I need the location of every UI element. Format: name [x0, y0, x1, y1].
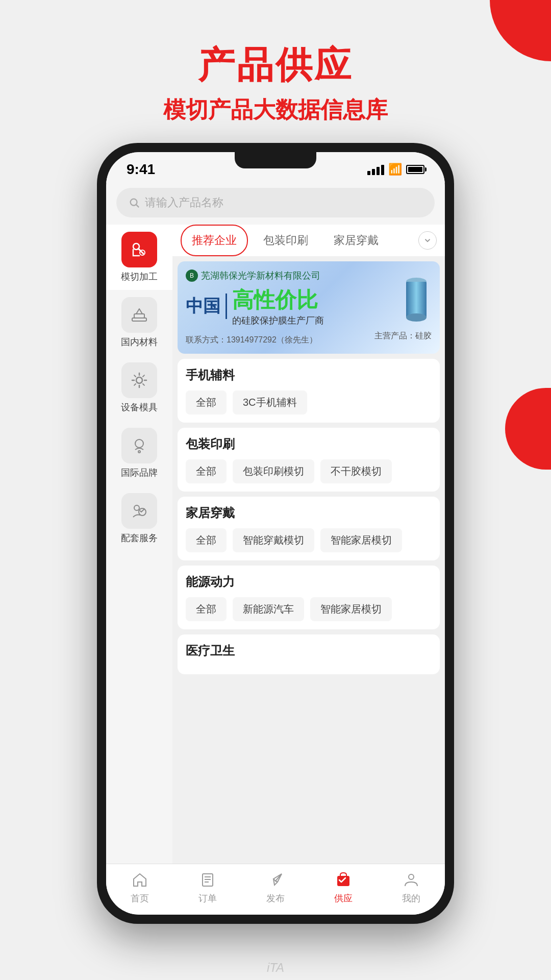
sidebar-item-guojipinpai[interactable]: 国际品牌	[106, 421, 172, 486]
nav-label-order: 订单	[198, 892, 217, 904]
svg-point-0	[131, 199, 137, 206]
tab-expand-button[interactable]	[418, 231, 437, 250]
banner-company: B 芜湖韩保光学新材料有限公司	[186, 270, 432, 282]
sidebar-item-shebeimoju[interactable]: 设备模具	[106, 355, 172, 421]
nav-publish[interactable]: 发布	[265, 870, 286, 904]
signal-icon	[367, 164, 384, 175]
svg-line-1	[136, 205, 139, 207]
publish-icon	[265, 870, 286, 890]
tab-baozhuangyinshua[interactable]: 包装印刷	[253, 226, 318, 255]
svg-point-9	[134, 505, 139, 510]
category-tags-home: 全部 智能穿戴模切 智能家居模切	[186, 528, 432, 552]
nav-label-mine: 我的	[402, 892, 420, 904]
banner-company-icon: B	[186, 270, 198, 282]
banner: B 芜湖韩保光学新材料有限公司 中国 高性价比 的硅胶保护膜生产厂商	[178, 261, 440, 354]
right-content: 推荐企业 包装印刷 家居穿戴 B 芜湖韩保光学新材料有限	[172, 225, 445, 880]
svg-point-7	[135, 439, 143, 448]
shebeimoju-icon	[121, 362, 157, 398]
tag-smart-home[interactable]: 智能家居模切	[320, 528, 402, 552]
nav-home[interactable]: 首页	[130, 870, 150, 904]
guoneicailiao-icon	[121, 297, 157, 333]
supply-icon	[333, 870, 354, 890]
svg-rect-5	[134, 314, 144, 318]
peitaofuwu-icon	[121, 493, 157, 529]
tag-smart-home2[interactable]: 智能家居模切	[310, 597, 392, 621]
banner-china-text: 中国	[186, 295, 220, 318]
category-title-home: 家居穿戴	[186, 505, 432, 521]
tag-quanbu-packaging[interactable]: 全部	[186, 459, 227, 483]
home-icon	[130, 870, 150, 890]
svg-line-18	[276, 881, 278, 882]
modiejiagong-icon	[121, 232, 157, 267]
tag-smart-wear[interactable]: 智能穿戴模切	[233, 528, 314, 552]
phone-wrapper: 9:41 📶	[97, 143, 454, 924]
banner-contact: 联系方式：13914977292（徐先生）	[186, 335, 317, 346]
category-tags-packaging: 全部 包装印刷模切 不干胶模切	[186, 459, 432, 483]
guojipinpai-icon	[121, 428, 157, 463]
search-placeholder: 请输入产品名称	[145, 195, 223, 210]
tag-quanbu-phone[interactable]: 全部	[186, 390, 227, 414]
order-icon	[197, 870, 218, 890]
category-section-energy: 能源动力 全部 新能源汽车 智能家居模切	[178, 566, 440, 629]
phone-notch	[235, 152, 316, 168]
tab-tuijiangiye[interactable]: 推荐企业	[181, 225, 248, 256]
tag-new-energy[interactable]: 新能源汽车	[233, 597, 304, 621]
sidebar-label-guoneicailiao: 国内材料	[121, 336, 158, 348]
nav-order[interactable]: 订单	[197, 870, 218, 904]
banner-product-image	[401, 277, 432, 323]
category-section-packaging: 包装印刷 全部 包装印刷模切 不干胶模切	[178, 428, 440, 492]
bg-decoration-bottom-right	[505, 388, 551, 470]
svg-point-8	[138, 451, 140, 453]
sidebar-item-peitaofuwu[interactable]: 配套服务	[106, 486, 172, 551]
sidebar-label-shebeimoju: 设备模具	[121, 401, 158, 413]
category-section-medical: 医疗卫生	[178, 634, 440, 674]
category-section-phone: 手机辅料 全部 3C手机辅料	[178, 359, 440, 423]
battery-icon	[406, 165, 424, 174]
banner-product-tag: 主营产品：硅胶	[374, 331, 432, 346]
page-header: 产品供应 模切产品大数据信息库	[0, 0, 551, 145]
tag-3c-phone[interactable]: 3C手机辅料	[233, 390, 307, 414]
mine-icon	[401, 870, 421, 890]
banner-subtitle: 的硅胶保护膜生产厂商	[232, 314, 324, 327]
svg-rect-12	[406, 282, 427, 317]
svg-point-6	[136, 377, 142, 383]
category-tags-energy: 全部 新能源汽车 智能家居模切	[186, 597, 432, 621]
tag-sticker-cut[interactable]: 不干胶模切	[320, 459, 392, 483]
sidebar: 模切加工 国内材料	[106, 225, 172, 880]
main-content: 模切加工 国内材料	[106, 225, 445, 880]
banner-main: 中国 高性价比 的硅胶保护膜生产厂商	[186, 286, 432, 327]
category-title-medical: 医疗卫生	[186, 643, 432, 659]
tag-quanbu-home[interactable]: 全部	[186, 528, 227, 552]
svg-point-13	[406, 313, 427, 322]
category-tags-phone: 全部 3C手机辅料	[186, 390, 432, 414]
bottom-nav: 首页 订单	[106, 864, 445, 915]
status-time: 9:41	[127, 161, 155, 178]
wifi-icon: 📶	[388, 163, 402, 176]
search-icon	[129, 197, 140, 208]
tag-packaging-cut[interactable]: 包装印刷模切	[233, 459, 314, 483]
sidebar-label-guojipinpai: 国际品牌	[121, 467, 158, 479]
phone-screen: 9:41 📶	[106, 152, 445, 915]
category-title-energy: 能源动力	[186, 574, 432, 590]
phone-frame: 9:41 📶	[97, 143, 454, 924]
nav-label-publish: 发布	[266, 892, 285, 904]
search-bar[interactable]: 请输入产品名称	[116, 188, 435, 217]
tab-jiajuchuandai[interactable]: 家居穿戴	[323, 226, 389, 255]
svg-point-20	[409, 874, 414, 879]
nav-mine[interactable]: 我的	[401, 870, 421, 904]
status-icons: 📶	[367, 163, 424, 176]
sidebar-item-modiejiagong[interactable]: 模切加工	[106, 225, 172, 290]
sidebar-item-guoneicailiao[interactable]: 国内材料	[106, 290, 172, 355]
sidebar-label-modiejiagong: 模切加工	[121, 271, 158, 283]
svg-rect-19	[337, 876, 349, 886]
category-section-home: 家居穿戴 全部 智能穿戴模切 智能家居模切	[178, 497, 440, 560]
nav-supply[interactable]: 供应	[333, 870, 354, 904]
tag-quanbu-energy[interactable]: 全部	[186, 597, 227, 621]
tab-bar: 推荐企业 包装印刷 家居穿戴	[172, 225, 445, 256]
category-title-phone: 手机辅料	[186, 367, 432, 383]
watermark: iTA	[267, 961, 284, 975]
nav-label-home: 首页	[131, 892, 149, 904]
nav-label-supply: 供应	[334, 892, 353, 904]
page-title2: 模切产品大数据信息库	[0, 95, 551, 125]
page-title1: 产品供应	[0, 41, 551, 90]
